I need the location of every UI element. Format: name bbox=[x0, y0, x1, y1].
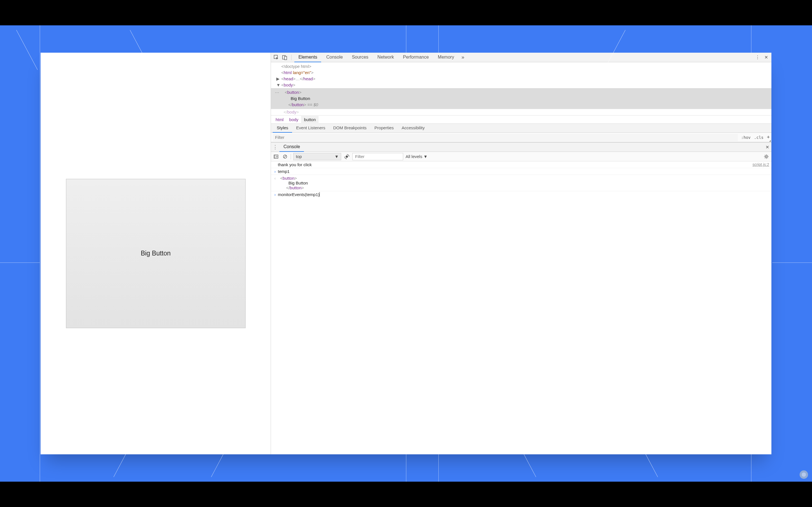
console-sidebar-toggle-icon[interactable] bbox=[273, 153, 280, 160]
inspect-element-icon[interactable] bbox=[273, 54, 280, 61]
elements-subtabs: Styles Event Listeners DOM Breakpoints P… bbox=[271, 124, 771, 133]
subtab-event-listeners[interactable]: Event Listeners bbox=[292, 124, 329, 133]
more-tabs-icon[interactable]: » bbox=[459, 54, 467, 61]
console-drawer-header: ⋮ Console ✕ bbox=[271, 142, 771, 152]
console-prompt-row[interactable]: › monitorEvents(temp1)​ bbox=[271, 191, 771, 198]
letterbox-top bbox=[0, 0, 812, 25]
log-levels-label: All levels bbox=[405, 154, 422, 159]
close-drawer-icon[interactable]: ✕ bbox=[763, 145, 771, 150]
svg-line-6 bbox=[284, 156, 286, 158]
svg-rect-4 bbox=[274, 155, 275, 158]
console-prompt-text[interactable]: monitorEvents(temp1)​ bbox=[278, 192, 769, 197]
close-devtools-icon[interactable]: ✕ bbox=[762, 54, 770, 61]
kebab-menu-icon[interactable]: ⋮ bbox=[754, 54, 761, 61]
svg-rect-2 bbox=[285, 56, 287, 60]
log-levels-selector[interactable]: All levels ▼ bbox=[405, 154, 427, 159]
grid-line bbox=[751, 25, 751, 53]
context-selector-label: top bbox=[296, 154, 302, 159]
devtools-tabstrip: Elements Console Sources Network Perform… bbox=[271, 53, 771, 62]
dom-breadcrumbs: html body button bbox=[271, 115, 771, 124]
console-log-row[interactable]: thank you for click script.js:2 bbox=[271, 161, 771, 168]
drawer-tab-console[interactable]: Console bbox=[280, 142, 304, 152]
separator bbox=[291, 55, 292, 60]
console-log-message: thank you for click bbox=[278, 162, 752, 167]
tab-sources[interactable]: Sources bbox=[348, 53, 372, 62]
page-viewport: Big Button bbox=[41, 53, 271, 454]
crumb-body[interactable]: body bbox=[287, 115, 301, 124]
svg-point-7 bbox=[346, 156, 348, 158]
dom-line[interactable]: ▼<body> bbox=[271, 82, 771, 88]
resize-corner-icon[interactable] bbox=[769, 140, 771, 142]
clear-console-icon[interactable] bbox=[282, 153, 289, 160]
grid-line bbox=[751, 454, 751, 482]
new-style-rule-icon[interactable]: + bbox=[765, 134, 771, 140]
tab-elements[interactable]: Elements bbox=[294, 53, 321, 62]
cls-toggle[interactable]: .cls bbox=[752, 135, 765, 140]
subtab-accessibility[interactable]: Accessibility bbox=[398, 124, 428, 133]
drawer-menu-icon[interactable]: ⋮ bbox=[271, 144, 280, 150]
presentation-stage: Big Button Elements Console Sources Netw… bbox=[0, 25, 812, 482]
svg-point-8 bbox=[765, 156, 767, 158]
chrome-logo-icon bbox=[800, 470, 808, 479]
tab-performance[interactable]: Performance bbox=[399, 53, 433, 62]
context-selector[interactable]: top ▼ bbox=[293, 153, 341, 160]
dom-line[interactable]: </body> bbox=[271, 109, 771, 115]
browser-window: Big Button Elements Console Sources Netw… bbox=[41, 53, 771, 454]
subtab-styles[interactable]: Styles bbox=[273, 124, 292, 133]
styles-filter-input[interactable] bbox=[273, 134, 738, 141]
devtools-panel: Elements Console Sources Network Perform… bbox=[271, 53, 771, 454]
console-output-text: <button> Big Button </button> bbox=[278, 176, 769, 190]
letterbox-bottom bbox=[0, 482, 812, 507]
console-output[interactable]: thank you for click script.js:2 › temp1 … bbox=[271, 161, 771, 454]
console-toolbar: top ▼ All levels ▼ bbox=[271, 152, 771, 161]
dom-line[interactable]: <!doctype html> bbox=[271, 63, 771, 69]
dom-tree[interactable]: <!doctype html> <html lang="en"> ▶<head>… bbox=[271, 62, 771, 115]
device-toolbar-icon[interactable] bbox=[281, 54, 289, 61]
styles-filter-bar: :hov .cls + bbox=[271, 133, 771, 142]
console-input-text: temp1 bbox=[278, 169, 769, 174]
output-chevron-icon: ‹ bbox=[272, 176, 278, 180]
grid-line bbox=[406, 454, 406, 482]
separator bbox=[291, 154, 291, 159]
crumb-html[interactable]: html bbox=[273, 115, 286, 124]
grid-line bbox=[0, 263, 40, 263]
dom-selected-node[interactable]: ⋯ <button> Big Button </button> == $0 bbox=[271, 88, 771, 109]
hov-toggle[interactable]: :hov bbox=[740, 135, 753, 140]
grid-line bbox=[772, 263, 812, 263]
dom-line[interactable]: <html lang="en"> bbox=[271, 69, 771, 76]
dom-line[interactable]: ▶<head>…</head> bbox=[271, 76, 771, 82]
console-log-source[interactable]: script.js:2 bbox=[753, 162, 769, 167]
tab-console[interactable]: Console bbox=[322, 53, 347, 62]
live-expression-icon[interactable] bbox=[343, 153, 350, 160]
grid-line bbox=[406, 25, 406, 53]
chevron-down-icon: ▼ bbox=[335, 154, 339, 159]
subtab-dom-breakpoints[interactable]: DOM Breakpoints bbox=[329, 124, 370, 133]
grid-diagonal bbox=[16, 30, 38, 70]
console-filter-input[interactable] bbox=[352, 153, 403, 160]
crumb-button[interactable]: button bbox=[301, 115, 319, 124]
input-chevron-icon: › bbox=[272, 192, 278, 197]
console-settings-icon[interactable] bbox=[763, 153, 770, 160]
input-chevron-icon: › bbox=[272, 169, 278, 174]
chevron-down-icon: ▼ bbox=[423, 154, 428, 159]
big-button[interactable]: Big Button bbox=[66, 179, 246, 328]
console-input-row[interactable]: › temp1 bbox=[271, 168, 771, 175]
grid-line bbox=[40, 25, 40, 482]
tab-network[interactable]: Network bbox=[373, 53, 398, 62]
subtab-properties[interactable]: Properties bbox=[370, 124, 398, 133]
console-output-row[interactable]: ‹ <button> Big Button </button> bbox=[271, 175, 771, 191]
tab-memory[interactable]: Memory bbox=[434, 53, 458, 62]
